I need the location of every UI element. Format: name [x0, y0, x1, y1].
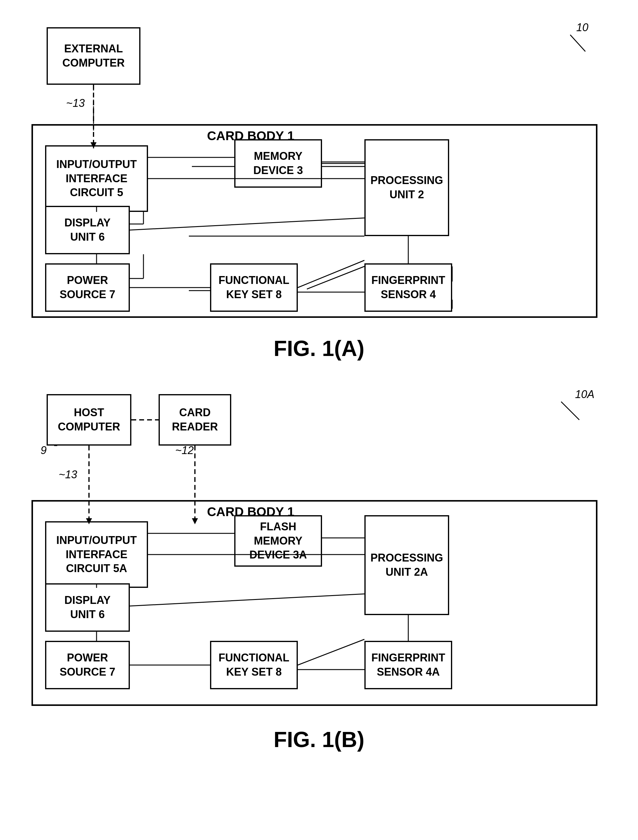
memory-device-a: MEMORY DEVICE 3	[234, 139, 322, 188]
flash-memory-b: FLASH MEMORY DEVICE 3A	[234, 515, 322, 567]
processing-unit-b: PROCESSING UNIT 2A	[365, 515, 449, 615]
svg-line-31	[561, 402, 579, 420]
functional-key-b: FUNCTIONAL KEY SET 8	[210, 641, 298, 689]
diagram-b: 10A HOST COMPUTER CARD READER 9 ~12 ~13 …	[24, 385, 614, 752]
ref-10: 10	[576, 21, 588, 34]
page-container: 10	[0, 0, 638, 840]
fingerprint-a: FINGERPRINT SENSOR 4	[365, 263, 452, 312]
diagram-b-area: 10A HOST COMPUTER CARD READER 9 ~12 ~13 …	[32, 385, 606, 718]
ref-13-a: ~13	[66, 97, 85, 110]
display-unit-a: DISPLAY UNIT 6	[45, 206, 130, 254]
fig-label-b: FIG. 1(B)	[273, 727, 365, 752]
diagram-a: 10	[24, 18, 614, 361]
external-computer-label: EXTERNAL COMPUTER	[62, 42, 125, 70]
card-reader-box: CARD READER	[159, 394, 231, 445]
host-computer-box: HOST COMPUTER	[47, 394, 131, 445]
processing-unit-a: PROCESSING UNIT 2	[365, 139, 449, 236]
ref-9: 9	[41, 444, 47, 457]
display-unit-b: DISPLAY UNIT 6	[45, 583, 130, 632]
svg-line-0	[570, 35, 585, 52]
fig-label-a: FIG. 1(A)	[273, 336, 365, 361]
ref-10a: 10A	[575, 388, 594, 401]
io-circuit-b: INPUT/OUTPUT INTERFACE CIRCUIT 5A	[45, 521, 148, 588]
power-source-a: POWER SOURCE 7	[45, 263, 130, 312]
external-computer-box: EXTERNAL COMPUTER	[47, 27, 141, 85]
power-source-b: POWER SOURCE 7	[45, 641, 130, 689]
fingerprint-b: FINGERPRINT SENSOR 4A	[365, 641, 452, 689]
io-circuit-a: INPUT/OUTPUT INTERFACE CIRCUIT 5	[45, 145, 148, 212]
functional-key-a: FUNCTIONAL KEY SET 8	[210, 263, 298, 312]
ref-12: ~12	[175, 444, 194, 457]
ref-13-b: ~13	[59, 468, 77, 481]
diagram-a-area: 10	[32, 18, 606, 327]
